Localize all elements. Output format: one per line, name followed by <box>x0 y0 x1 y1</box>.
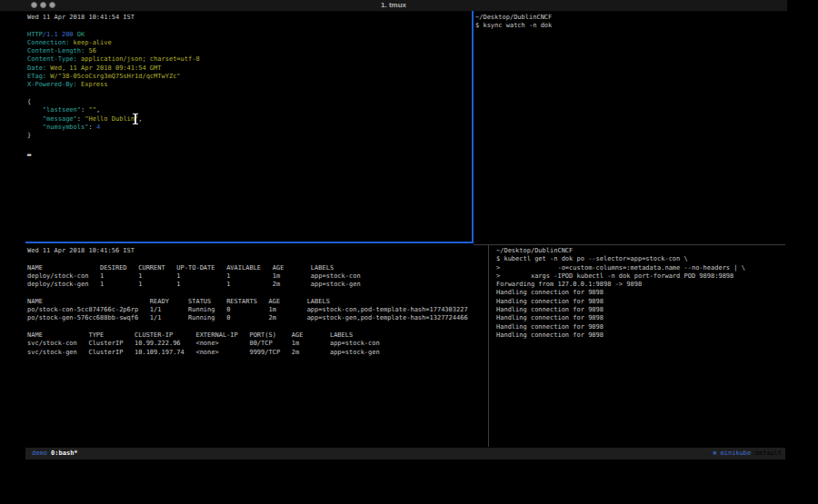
window-title: 1. tmux <box>0 1 787 9</box>
terminal-line: } <box>27 132 469 140</box>
terminal-line: Handling connection for 9898 <box>496 298 783 306</box>
pane-ksync-watch[interactable]: ~/Desktop/DublinCNCF$ ksync watch -n dok <box>475 14 784 31</box>
kubernetes-icon: ⊛ <box>713 450 720 457</box>
pane-divider-vertical-top[interactable] <box>472 11 474 243</box>
terminal-line: Connection: keep-alive <box>27 39 469 47</box>
terminal-line: Handling connection for 9898 <box>496 314 783 322</box>
terminal-line: deploy/stock-gen 1 1 1 1 2m app=stock-ge… <box>27 281 485 289</box>
kube-context: minikube <box>721 450 752 457</box>
tmux-status-bar: demo 0:bash* ⊛ minikube:default <box>25 448 785 460</box>
terminal-line: Wed 11 Apr 2018 10:41:56 IST <box>27 247 485 255</box>
ibeam-bottom-serif <box>133 124 138 124</box>
terminal-line: ▂ <box>27 149 469 157</box>
terminal-line: svc/stock-gen ClusterIP 10.109.197.74 <n… <box>27 349 485 357</box>
terminal-line: $ ksync watch -n dok <box>475 22 784 30</box>
terminal-line: NAME DESIRED CURRENT UP-TO-DATE AVAILABL… <box>27 264 485 272</box>
terminal-line: "lastseen": "", <box>27 106 469 114</box>
terminal-line: NAME READY STATUS RESTARTS AGE LABELS <box>27 298 485 306</box>
terminal-line: > -o=custom-columns=:metadata.name --no-… <box>496 264 783 272</box>
terminal-line: ~/Desktop/DublinCNCF <box>475 14 784 22</box>
terminal-line: svc/stock-con ClusterIP 10.99.222.96 <no… <box>27 340 485 348</box>
terminal-window: 1. tmux Wed 11 Apr 2018 10:41:54 IST HTT… <box>0 0 818 504</box>
status-left: demo 0:bash* <box>32 448 78 460</box>
terminal-line: ~/Desktop/DublinCNCF <box>496 247 783 255</box>
pane-port-forward[interactable]: ~/Desktop/DublinCNCF$ kubectl get -n dok… <box>496 247 783 340</box>
ibeam-stem <box>135 114 135 124</box>
terminal-line: deploy/stock-con 1 1 1 1 1m app=stock-co… <box>27 272 485 281</box>
terminal-line: Date: Wed, 11 Apr 2018 09:41:54 GMT <box>27 64 469 73</box>
terminal-line: { <box>27 98 469 106</box>
terminal-line: "numsymbols": 4 <box>27 124 469 132</box>
terminal-line: HTTP/1.1 200 OK <box>27 31 469 39</box>
status-right: ⊛ minikube:default <box>713 448 782 460</box>
pane-http-response[interactable]: Wed 11 Apr 2018 10:41:54 IST HTTP/1.1 20… <box>27 14 469 157</box>
terminal-line: ETag: W/"38-05coCsrg3mQ75sHr1d/qcMTwYZc" <box>27 73 469 81</box>
pane-divider-vertical-bottom[interactable] <box>488 244 489 447</box>
terminal-line <box>27 323 485 331</box>
pane-kubectl-get[interactable]: Wed 11 Apr 2018 10:41:56 IST NAME DESIRE… <box>27 247 485 357</box>
terminal-line: po/stock-con-5cc874766c-2p6rp 1/1 Runnin… <box>27 306 485 314</box>
terminal-line: po/stock-gen-576cc688bb-swqf6 1/1 Runnin… <box>27 314 485 322</box>
terminal-line: X-Powered-By: Express <box>27 81 469 89</box>
session-name: demo <box>32 450 47 457</box>
window-titlebar: 1. tmux <box>0 0 787 12</box>
terminal-line <box>27 22 469 30</box>
terminal-line: > xargs -IPOD kubectl -n dok port-forwar… <box>496 272 783 281</box>
pane-divider-horizontal-active[interactable] <box>25 242 474 243</box>
terminal-line: Wed 11 Apr 2018 10:41:54 IST <box>27 14 469 22</box>
terminal-line: Handling connection for 9898 <box>496 323 783 331</box>
terminal-line: Content-Length: 56 <box>27 47 469 55</box>
kube-namespace: :default <box>751 450 782 457</box>
terminal-line: Forwarding from 127.0.0.1:9898 -> 9898 <box>496 281 783 289</box>
terminal-line: Content-Type: application/json; charset=… <box>27 55 469 64</box>
pane-divider-horizontal[interactable] <box>474 244 785 245</box>
terminal-line: Handling connection for 9898 <box>496 289 783 297</box>
terminal-line <box>27 289 485 297</box>
terminal-line: NAME TYPE CLUSTER-IP EXTERNAL-IP PORT(S)… <box>27 331 485 340</box>
terminal-line: Handling connection for 9898 <box>496 331 783 340</box>
status-window-tab[interactable]: 0:bash* <box>51 450 78 457</box>
terminal-line <box>27 90 469 98</box>
terminal-line <box>27 255 485 263</box>
terminal-line: "message": "Hello Dublin", <box>27 115 469 124</box>
terminal-line: Handling connection for 9898 <box>496 306 783 314</box>
terminal-line <box>27 140 469 148</box>
terminal-line: $ kubectl get -n dok po --selector=app=s… <box>496 255 783 263</box>
mouse-ibeam-pointer <box>133 114 138 124</box>
